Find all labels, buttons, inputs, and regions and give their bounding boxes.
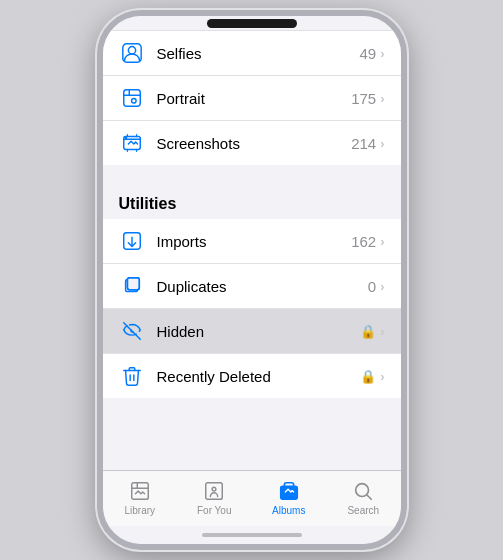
status-bar xyxy=(103,16,401,30)
search-tab-icon xyxy=(351,479,375,503)
svg-point-3 xyxy=(131,98,136,103)
svg-rect-2 xyxy=(123,90,140,107)
svg-rect-10 xyxy=(132,483,149,500)
recently-deleted-label: Recently Deleted xyxy=(157,368,361,385)
home-indicator xyxy=(103,526,401,544)
svg-point-5 xyxy=(125,138,126,139)
recently-deleted-chevron: › xyxy=(380,369,384,384)
svg-rect-8 xyxy=(127,278,139,290)
tab-search[interactable]: Search xyxy=(326,477,401,516)
screenshots-icon xyxy=(119,130,145,156)
list-item-screenshots[interactable]: Screenshots 214 › xyxy=(103,121,401,165)
imports-icon xyxy=(119,228,145,254)
portrait-label: Portrait xyxy=(157,90,352,107)
tab-library[interactable]: Library xyxy=(103,477,178,516)
portrait-icon xyxy=(119,85,145,111)
hidden-lock-icon: 🔒 xyxy=(360,324,376,339)
imports-count: 162 xyxy=(351,233,376,250)
duplicates-icon xyxy=(119,273,145,299)
screenshots-chevron: › xyxy=(380,136,384,151)
for-you-tab-icon xyxy=(202,479,226,503)
utilities-header: Utilities xyxy=(103,183,401,219)
screen: Selfies 49 › Portrait 175 › xyxy=(103,16,401,544)
phone-shell: Selfies 49 › Portrait 175 › xyxy=(97,10,407,550)
hidden-icon xyxy=(119,318,145,344)
list-item-recently-deleted[interactable]: Recently Deleted 🔒 › xyxy=(103,354,401,398)
list-item-imports[interactable]: Imports 162 › xyxy=(103,219,401,264)
library-tab-icon xyxy=(128,479,152,503)
list-container: Selfies 49 › Portrait 175 › xyxy=(103,30,401,470)
recently-deleted-icon xyxy=(119,363,145,389)
duplicates-label: Duplicates xyxy=(157,278,368,295)
tab-albums[interactable]: Albums xyxy=(252,477,327,516)
hidden-chevron: › xyxy=(380,324,384,339)
albums-tab-label: Albums xyxy=(272,505,305,516)
home-bar xyxy=(202,533,302,537)
albums-tab-icon xyxy=(277,479,301,503)
spacer-utilities xyxy=(103,165,401,183)
search-tab-label: Search xyxy=(347,505,379,516)
list-item-duplicates[interactable]: Duplicates 0 › xyxy=(103,264,401,309)
portrait-chevron: › xyxy=(380,91,384,106)
hidden-label: Hidden xyxy=(157,323,361,340)
library-tab-label: Library xyxy=(124,505,155,516)
duplicates-count: 0 xyxy=(368,278,376,295)
svg-point-13 xyxy=(356,484,369,497)
portrait-count: 175 xyxy=(351,90,376,107)
recently-deleted-lock-icon: 🔒 xyxy=(360,369,376,384)
imports-chevron: › xyxy=(380,234,384,249)
dynamic-island xyxy=(207,19,297,28)
for-you-tab-label: For You xyxy=(197,505,231,516)
selfies-label: Selfies xyxy=(157,45,360,62)
list-item-portrait[interactable]: Portrait 175 › xyxy=(103,76,401,121)
imports-label: Imports xyxy=(157,233,352,250)
tab-for-you[interactable]: For You xyxy=(177,477,252,516)
list-item-selfies[interactable]: Selfies 49 › xyxy=(103,30,401,76)
svg-rect-12 xyxy=(281,486,298,499)
selfies-icon xyxy=(119,40,145,66)
selfies-count: 49 xyxy=(359,45,376,62)
selfies-chevron: › xyxy=(380,46,384,61)
screenshots-count: 214 xyxy=(351,135,376,152)
screenshots-label: Screenshots xyxy=(157,135,352,152)
duplicates-chevron: › xyxy=(380,279,384,294)
list-item-hidden[interactable]: Hidden 🔒 › xyxy=(103,309,401,354)
tab-bar: Library For You xyxy=(103,470,401,526)
svg-point-0 xyxy=(128,47,135,54)
content-area: Selfies 49 › Portrait 175 › xyxy=(103,30,401,470)
